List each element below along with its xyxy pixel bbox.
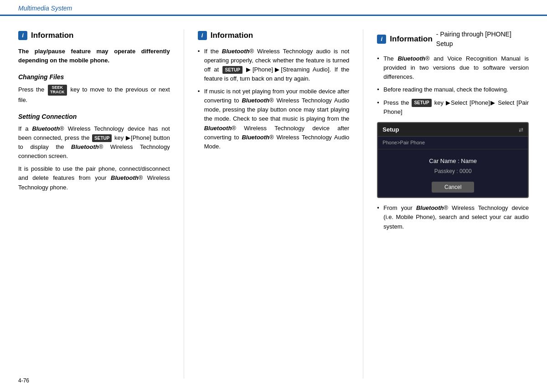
divider-1 xyxy=(184,30,184,378)
setup-badge-1: SETUP xyxy=(92,134,112,143)
info-icon-3: i xyxy=(377,35,386,44)
page-header: Multimedia System xyxy=(0,0,547,16)
setup-usb-icon: ⇄ xyxy=(519,126,523,134)
divider-2 xyxy=(363,30,363,378)
page-number: 4-76 xyxy=(18,377,29,384)
setup-subtitle: Phone>Pair Phone xyxy=(378,137,528,149)
setup-titlebar: Setup ⇄ xyxy=(378,123,528,137)
info-icon-2: i xyxy=(198,31,207,40)
column-3: i Information - Pairing through [PHONE] … xyxy=(377,30,529,378)
changing-files-heading: Changing Files xyxy=(18,72,170,82)
info-header-3: i Information - Pairing through [PHONE] … xyxy=(377,30,529,49)
header-title: Multimedia System xyxy=(18,5,529,15)
setup-passkey: Passkey : 0000 xyxy=(382,167,523,175)
setup-screen: Setup ⇄ Phone>Pair Phone Car Name : Name… xyxy=(377,122,529,199)
setting-connection-p2: It is possible to use the pair phone, co… xyxy=(18,164,170,192)
col3-bullet-3: Press the SETUP key ▶Select [Phone]▶ Sel… xyxy=(377,98,529,117)
setup-badge-2: SETUP xyxy=(222,66,242,74)
setting-connection-p1: If a Bluetooth® Wireless Technology devi… xyxy=(18,124,170,161)
press-label: Press the xyxy=(18,86,44,93)
col3-bullet-2: Before reading the manual, check the fol… xyxy=(377,85,529,94)
col3-bullet-list-2: From your Bluetooth® Wireless Technology… xyxy=(377,204,529,231)
info-title-suffix-3: - Pairing through [PHONE] Setup xyxy=(436,30,529,49)
col1-body-bold: The play/pause feature may operate diffe… xyxy=(18,47,170,65)
col3-bullet-1: The Bluetooth® and Voice Recognition Man… xyxy=(377,54,529,81)
seek-track-badge: SEEK TRACK xyxy=(48,85,67,96)
info-icon-1: i xyxy=(18,31,27,40)
col2-bullet-2: If music is not yet playing from your mo… xyxy=(198,87,350,151)
setup-badge-3: SETUP xyxy=(412,99,431,107)
info-header-1: i Information xyxy=(18,30,170,41)
info-title-3: Information xyxy=(390,33,433,45)
info-title-1: Information xyxy=(31,30,74,41)
changing-files-text: Press the SEEK TRACK key to move to the … xyxy=(18,85,170,105)
col3-bullet-list: The Bluetooth® and Voice Recognition Man… xyxy=(377,54,529,117)
column-2: i Information If the Bluetooth® Wireless… xyxy=(198,30,350,378)
setup-title-text: Setup xyxy=(382,125,399,134)
setup-body: Car Name : Name Passkey : 0000 Cancel xyxy=(378,149,528,198)
page-footer: 4-76 xyxy=(18,377,29,384)
info-header-2: i Information xyxy=(198,30,350,41)
setting-connection-heading: Setting Connection xyxy=(18,112,170,122)
col3-bullet-4: From your Bluetooth® Wireless Technology… xyxy=(377,204,529,231)
column-1: i Information The play/pause feature may… xyxy=(18,30,170,378)
col2-bullet-list: If the Bluetooth® Wireless Technology au… xyxy=(198,47,350,152)
setup-cancel-button[interactable]: Cancel xyxy=(432,182,474,193)
main-content: i Information The play/pause feature may… xyxy=(0,16,547,387)
info-title-2: Information xyxy=(211,30,253,41)
col2-bullet-1: If the Bluetooth® Wireless Technology au… xyxy=(198,47,350,84)
setup-car-name: Car Name : Name xyxy=(382,157,523,166)
